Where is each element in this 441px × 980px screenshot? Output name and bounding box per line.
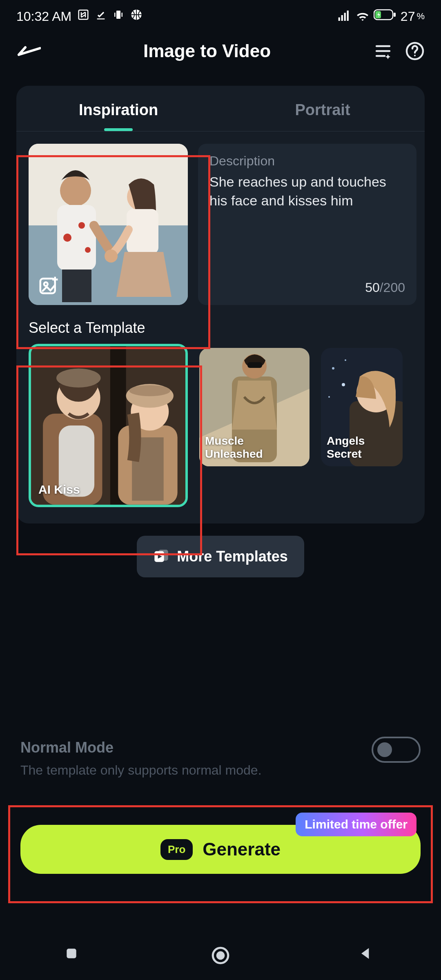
template-label: Angels Secret [327, 434, 397, 461]
mode-title: Normal Mode [20, 739, 421, 756]
char-counter: 50/200 [365, 280, 405, 295]
svg-rect-4 [122, 13, 123, 17]
status-left: 10:32 AM [16, 9, 143, 24]
svg-rect-56 [159, 550, 168, 561]
battery-pct: 27 [401, 9, 415, 24]
mode-toggle[interactable] [372, 737, 421, 763]
template-label: Muscle Unleashed [205, 434, 304, 461]
select-template-title: Select a Template [16, 315, 425, 344]
play-stack-icon [153, 548, 169, 565]
svg-rect-9 [347, 10, 348, 20]
svg-point-50 [345, 359, 346, 361]
svg-rect-7 [341, 15, 343, 21]
more-templates-label: More Templates [177, 548, 287, 565]
percent-sign: % [416, 11, 425, 22]
nav-home-icon[interactable] [210, 945, 231, 966]
svg-point-38 [56, 368, 101, 388]
battery-icon [374, 9, 396, 24]
vibrate-icon [112, 9, 125, 24]
svg-point-23 [78, 222, 85, 229]
add-image-icon[interactable] [38, 274, 60, 296]
system-nav-bar [0, 931, 441, 980]
svg-rect-1 [97, 18, 105, 19]
page-title: Image to Video [41, 41, 373, 61]
back-button[interactable] [16, 45, 41, 57]
limited-time-offer-badge: Limited time offer [296, 813, 416, 836]
svg-point-51 [328, 396, 330, 398]
description-label: Description [209, 154, 405, 169]
svg-point-59 [216, 951, 225, 960]
help-icon[interactable] [405, 41, 425, 61]
nav-recent-icon[interactable] [63, 945, 84, 966]
mode-subtitle: The template only supports normal mode. [20, 763, 421, 778]
svg-rect-21 [57, 205, 96, 270]
description-text[interactable]: She reaches up and touches his face and … [209, 173, 405, 276]
svg-point-20 [60, 175, 91, 206]
status-bar: 10:32 AM 27 % [0, 0, 441, 33]
svg-rect-2 [116, 11, 120, 19]
svg-point-52 [342, 383, 345, 386]
status-right: 27 % [338, 9, 425, 24]
svg-rect-6 [338, 17, 340, 20]
pro-badge: Pro [160, 839, 193, 860]
svg-point-24 [85, 247, 91, 253]
template-angels-secret[interactable]: Angels Secret [321, 348, 403, 466]
status-time: 10:32 AM [16, 9, 71, 24]
wifi-icon [356, 9, 370, 24]
description-box[interactable]: Description She reaches up and touches h… [198, 144, 416, 305]
basketball-icon [130, 9, 143, 24]
signal-icon [338, 9, 352, 24]
template-muscle-unleashed[interactable]: Muscle Unleashed [199, 348, 310, 466]
svg-point-43 [129, 385, 170, 396]
list-sparkle-icon[interactable] [373, 41, 393, 61]
preview-image[interactable] [29, 144, 188, 305]
svg-point-30 [44, 282, 48, 286]
mode-row: Normal Mode The template only supports n… [20, 739, 421, 778]
generate-label: Generate [203, 839, 281, 860]
svg-point-17 [414, 55, 416, 56]
svg-point-49 [332, 367, 334, 370]
tab-portrait[interactable]: Portrait [220, 86, 425, 131]
svg-point-22 [63, 234, 71, 242]
svg-rect-3 [114, 13, 116, 17]
content-card: Inspiration Portrait [16, 86, 425, 523]
svg-rect-57 [67, 949, 76, 958]
more-templates-button[interactable]: More Templates [137, 536, 304, 577]
svg-point-28 [105, 249, 118, 263]
download-done-icon [95, 9, 107, 24]
svg-rect-0 [79, 10, 88, 20]
svg-rect-47 [247, 362, 262, 368]
svg-rect-18 [29, 144, 188, 225]
nav-back-icon[interactable] [357, 945, 378, 966]
template-strip[interactable]: AI Kiss Muscle Unleashed [16, 344, 425, 523]
tab-inspiration[interactable]: Inspiration [16, 86, 220, 131]
template-label: AI Kiss [38, 483, 80, 497]
svg-rect-11 [394, 13, 396, 17]
tabs: Inspiration Portrait [16, 86, 425, 131]
generate-wrap: Limited time offer Pro Generate [20, 825, 421, 874]
svg-rect-8 [344, 13, 345, 21]
svg-rect-25 [62, 270, 91, 302]
header: Image to Video [0, 33, 441, 74]
nfc-icon [77, 9, 89, 24]
template-ai-kiss[interactable]: AI Kiss [29, 344, 188, 507]
